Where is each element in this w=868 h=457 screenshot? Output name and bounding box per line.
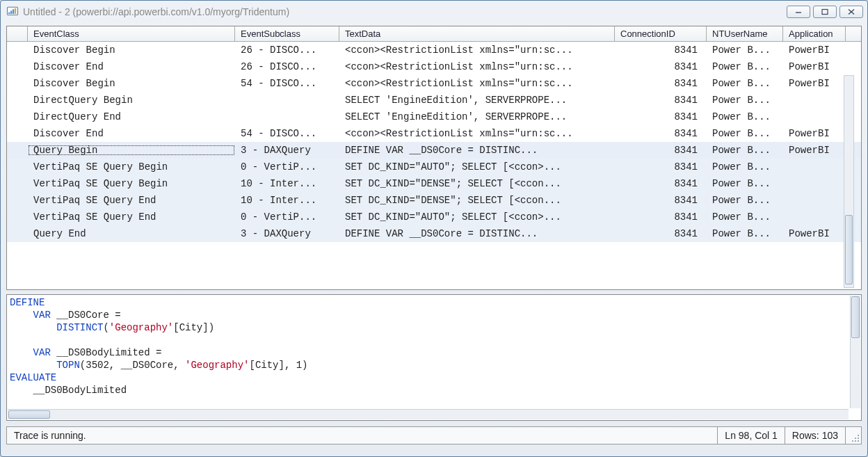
- string-token: 'Geography': [109, 322, 173, 333]
- table-row[interactable]: VertiPaq SE Query Begin0 - VertiP...SET …: [7, 159, 861, 175]
- cell-textdata: DEFINE VAR __DS0Core = DISTINC...: [339, 145, 615, 156]
- cell-applicationname: PowerBI: [783, 78, 846, 89]
- code-text[interactable]: DEFINE VAR __DS0Core = DISTINCT('Geograp…: [7, 295, 861, 409]
- cell-connectionid: 8341: [615, 111, 707, 122]
- table-row[interactable]: DirectQuery Begin SELECT 'EngineEdition'…: [7, 92, 861, 109]
- cell-applicationname: PowerBI: [783, 228, 846, 239]
- cell-applicationname: PowerBI: [783, 128, 846, 139]
- table-row[interactable]: Discover End54 - DISCO...<ccon><Restrict…: [7, 125, 861, 142]
- keyword-token: DEFINE: [10, 297, 45, 308]
- cell-ntusername: Power B...: [707, 95, 783, 106]
- table-row[interactable]: Discover Begin54 - DISCO...<ccon><Restri…: [7, 75, 861, 92]
- col-connectionid[interactable]: ConnectionID: [615, 26, 707, 41]
- status-row-count: Rows: 103: [785, 427, 846, 444]
- titlebar: Untitled - 2 (powerbi://api.powerbi.com/…: [1, 1, 867, 23]
- svg-point-12: [858, 440, 859, 442]
- code-pane[interactable]: DEFINE VAR __DS0Core = DISTINCT('Geograp…: [6, 294, 862, 421]
- table-row[interactable]: Query End3 - DAXQueryDEFINE VAR __DS0Cor…: [7, 225, 861, 242]
- statusbar: Trace is running. Ln 98, Col 1 Rows: 103: [6, 426, 862, 444]
- cell-eventsubclass: 3 - DAXQuery: [235, 228, 339, 239]
- table-row[interactable]: Discover Begin26 - DISCO...<ccon><Restri…: [7, 42, 861, 58]
- cell-textdata: SET DC_KIND="AUTO"; SELECT [<ccon>...: [339, 211, 615, 223]
- svg-rect-4: [15, 8, 16, 14]
- cell-ntusername: Power B...: [707, 195, 783, 206]
- cell-eventclass: Query Begin: [28, 145, 235, 156]
- table-row[interactable]: VertiPaq SE Query End10 - Inter...SET DC…: [7, 192, 861, 209]
- col-textdata[interactable]: TextData: [339, 26, 615, 41]
- cell-eventsubclass: 10 - Inter...: [235, 178, 339, 189]
- resize-grip-icon[interactable]: [846, 427, 861, 444]
- cell-eventclass: VertiPaq SE Query End: [28, 211, 235, 223]
- cell-ntusername: Power B...: [707, 128, 783, 139]
- grid-scrollbar-vertical[interactable]: [844, 75, 854, 288]
- table-row[interactable]: Discover End26 - DISCO...<ccon><Restrict…: [7, 58, 861, 75]
- cell-eventclass: Query End: [28, 228, 235, 239]
- code-scrollbar-horizontal[interactable]: [8, 409, 849, 419]
- cell-eventclass: Discover End: [28, 128, 235, 139]
- cell-textdata: SET DC_KIND="AUTO"; SELECT [<ccon>...: [339, 161, 615, 173]
- status-message: Trace is running.: [7, 427, 718, 444]
- cell-eventclass: Discover End: [28, 61, 235, 72]
- cell-connectionid: 8341: [615, 61, 707, 72]
- col-rowselector[interactable]: [7, 26, 28, 41]
- trace-grid[interactable]: EventClass EventSubclass TextData Connec…: [6, 26, 862, 290]
- cell-textdata: SELECT 'EngineEdition', SERVERPROPE...: [339, 111, 615, 122]
- col-applicationname[interactable]: Application: [783, 26, 846, 41]
- cell-textdata: DEFINE VAR __DS0Core = DISTINC...: [339, 228, 615, 239]
- grid-header: EventClass EventSubclass TextData Connec…: [7, 26, 861, 42]
- cell-textdata: SET DC_KIND="DENSE"; SELECT [<ccon...: [339, 195, 615, 206]
- cell-textdata: <ccon><RestrictionList xmlns="urn:sc...: [339, 78, 615, 89]
- cell-connectionid: 8341: [615, 195, 707, 206]
- svg-rect-3: [13, 9, 14, 14]
- cell-connectionid: 8341: [615, 145, 707, 156]
- scrollbar-thumb[interactable]: [845, 215, 853, 284]
- keyword-token: DISTINCT: [56, 322, 103, 333]
- col-eventclass[interactable]: EventClass: [28, 26, 235, 41]
- table-row[interactable]: Query Begin3 - DAXQueryDEFINE VAR __DS0C…: [7, 142, 861, 159]
- cell-textdata: <ccon><RestrictionList xmlns="urn:sc...: [339, 45, 615, 56]
- scrollbar-thumb[interactable]: [8, 410, 50, 419]
- cell-connectionid: 8341: [615, 211, 707, 223]
- cell-connectionid: 8341: [615, 228, 707, 239]
- status-caret-position: Ln 98, Col 1: [718, 427, 785, 444]
- col-eventsubclass[interactable]: EventSubclass: [235, 26, 339, 41]
- cell-connectionid: 8341: [615, 45, 707, 56]
- cell-eventclass: Discover Begin: [28, 45, 235, 56]
- close-button[interactable]: [839, 6, 863, 18]
- cell-eventclass: VertiPaq SE Query Begin: [28, 178, 235, 189]
- window-controls: [787, 6, 863, 18]
- cell-ntusername: Power B...: [707, 61, 783, 72]
- minimize-button[interactable]: [787, 6, 810, 18]
- cell-ntusername: Power B...: [707, 211, 783, 223]
- svg-rect-1: [8, 13, 10, 14]
- cell-connectionid: 8341: [615, 128, 707, 139]
- cell-textdata: <ccon><RestrictionList xmlns="urn:sc...: [339, 128, 615, 139]
- window-title: Untitled - 2 (powerbi://api.powerbi.com/…: [23, 6, 289, 17]
- cell-textdata: SET DC_KIND="DENSE"; SELECT [<ccon...: [339, 178, 615, 189]
- cell-connectionid: 8341: [615, 95, 707, 106]
- cell-eventclass: DirectQuery End: [28, 111, 235, 122]
- cell-ntusername: Power B...: [707, 178, 783, 189]
- table-row[interactable]: VertiPaq SE Query Begin10 - Inter...SET …: [7, 175, 861, 192]
- cell-eventsubclass: 0 - VertiP...: [235, 161, 339, 173]
- table-row[interactable]: DirectQuery End SELECT 'EngineEdition', …: [7, 109, 861, 125]
- keyword-token: EVALUATE: [10, 372, 56, 383]
- cell-connectionid: 8341: [615, 178, 707, 189]
- cell-textdata: SELECT 'EngineEdition', SERVERPROPE...: [339, 95, 615, 106]
- svg-point-10: [858, 438, 859, 439]
- cell-ntusername: Power B...: [707, 161, 783, 173]
- code-scrollbar-vertical[interactable]: [850, 296, 860, 408]
- cell-eventclass: DirectQuery Begin: [28, 95, 235, 106]
- cell-applicationname: PowerBI: [783, 61, 846, 72]
- col-ntusername[interactable]: NTUserName: [707, 26, 783, 41]
- cell-ntusername: Power B...: [707, 145, 783, 156]
- grid-body[interactable]: Discover Begin26 - DISCO...<ccon><Restri…: [7, 42, 861, 289]
- svg-point-13: [855, 440, 856, 442]
- window: Untitled - 2 (powerbi://api.powerbi.com/…: [0, 0, 868, 457]
- table-row[interactable]: VertiPaq SE Query End0 - VertiP...SET DC…: [7, 209, 861, 225]
- cell-eventsubclass: 26 - DISCO...: [235, 61, 339, 72]
- maximize-button[interactable]: [813, 6, 837, 18]
- cell-ntusername: Power B...: [707, 78, 783, 89]
- svg-point-11: [855, 438, 856, 439]
- scrollbar-thumb[interactable]: [851, 296, 860, 338]
